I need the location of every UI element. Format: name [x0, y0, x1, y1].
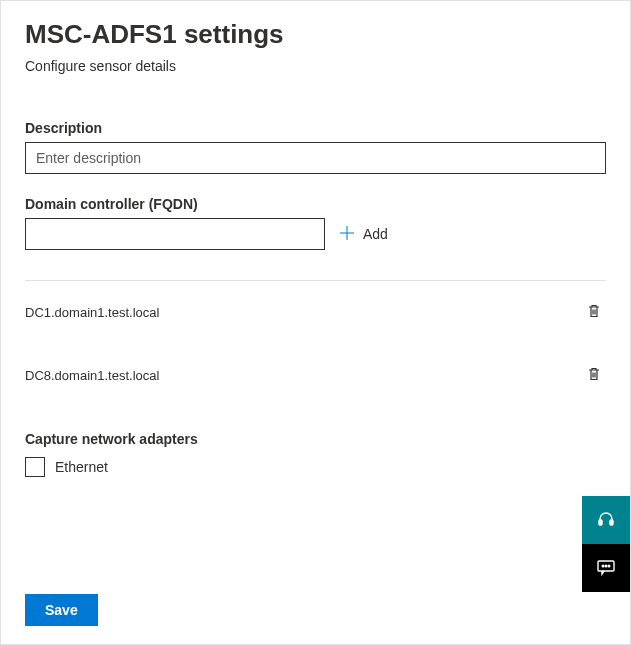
- adapter-row: Ethernet: [25, 457, 606, 477]
- svg-point-5: [608, 565, 610, 567]
- svg-rect-0: [599, 520, 602, 525]
- adapter-checkbox[interactable]: [25, 457, 45, 477]
- plus-icon: [339, 225, 355, 244]
- trash-icon: [586, 307, 602, 322]
- fqdn-input[interactable]: [25, 218, 325, 250]
- description-label: Description: [25, 120, 606, 136]
- dc-name: DC8.domain1.test.local: [25, 368, 159, 383]
- dc-row: DC8.domain1.test.local: [25, 344, 606, 407]
- svg-point-4: [605, 565, 607, 567]
- delete-button[interactable]: [582, 362, 606, 389]
- feedback-button[interactable]: [582, 544, 630, 592]
- svg-point-3: [602, 565, 604, 567]
- delete-button[interactable]: [582, 299, 606, 326]
- support-button[interactable]: [582, 496, 630, 544]
- page-subtitle: Configure sensor details: [25, 58, 606, 74]
- add-button[interactable]: Add: [335, 221, 392, 248]
- dc-name: DC1.domain1.test.local: [25, 305, 159, 320]
- svg-rect-1: [610, 520, 613, 525]
- adapters-label: Capture network adapters: [25, 431, 606, 447]
- dc-row: DC1.domain1.test.local: [25, 281, 606, 344]
- headset-icon: [596, 509, 616, 532]
- page-title: MSC-ADFS1 settings: [25, 19, 606, 50]
- description-input[interactable]: [25, 142, 606, 174]
- chat-icon: [596, 557, 616, 580]
- trash-icon: [586, 370, 602, 385]
- add-button-label: Add: [363, 226, 388, 242]
- save-button[interactable]: Save: [25, 594, 98, 626]
- fqdn-label: Domain controller (FQDN): [25, 196, 606, 212]
- adapter-label: Ethernet: [55, 459, 108, 475]
